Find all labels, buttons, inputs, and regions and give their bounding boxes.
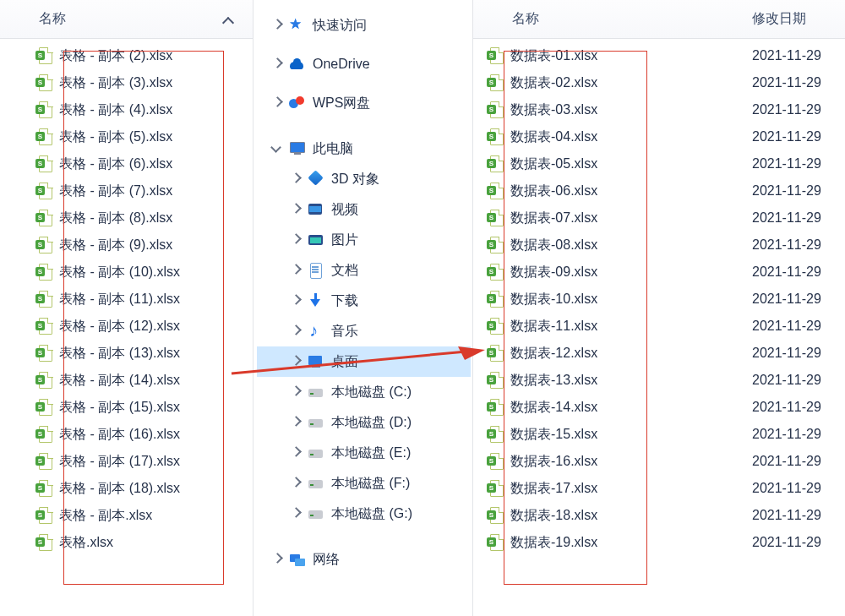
- xlsx-file-icon: [490, 47, 504, 64]
- file-row[interactable]: 数据表-17.xlsx2021-11-29: [473, 475, 845, 502]
- tree-item[interactable]: 快速访问: [257, 10, 471, 41]
- tree-item[interactable]: 此电脑: [257, 134, 471, 164]
- chevron-right-icon[interactable]: [291, 174, 301, 184]
- tree-item[interactable]: 音乐: [257, 316, 471, 346]
- tree-item[interactable]: 本地磁盘 (C:): [257, 377, 471, 407]
- file-row[interactable]: 表格 - 副本.xlsx: [0, 502, 253, 529]
- file-row[interactable]: 数据表-06.xlsx2021-11-29: [473, 177, 845, 204]
- chevron-right-icon[interactable]: [291, 357, 301, 367]
- file-row[interactable]: 表格 - 副本 (11).xlsx: [0, 286, 253, 313]
- pic-icon: [308, 232, 324, 248]
- tree-item[interactable]: 下载: [257, 286, 471, 316]
- tree-item[interactable]: 图片: [257, 225, 471, 255]
- file-row[interactable]: 表格 - 副本 (16).xlsx: [0, 421, 253, 448]
- tree-item[interactable]: OneDrive: [257, 49, 471, 79]
- xlsx-file-icon: [39, 264, 52, 281]
- file-name: 表格 - 副本 (8).xlsx: [59, 210, 172, 227]
- file-row[interactable]: 数据表-01.xlsx2021-11-29: [473, 42, 845, 69]
- file-row[interactable]: 表格 - 副本 (4).xlsx: [0, 96, 253, 123]
- tree-item[interactable]: 文档: [257, 255, 471, 286]
- file-row[interactable]: 表格 - 副本 (6).xlsx: [0, 150, 253, 177]
- file-row[interactable]: 数据表-14.xlsx2021-11-29: [473, 394, 845, 421]
- nav-tree-panel: 快速访问OneDriveWPS网盘此电脑3D 对象视频图片文档下载音乐桌面本地磁…: [254, 0, 473, 616]
- chevron-right-icon[interactable]: [291, 296, 301, 306]
- tree-item[interactable]: 本地磁盘 (F:): [257, 468, 471, 499]
- file-row[interactable]: 表格 - 副本 (17).xlsx: [0, 448, 253, 475]
- tree-item[interactable]: 网络: [257, 544, 471, 575]
- file-row[interactable]: 数据表-16.xlsx2021-11-29: [473, 448, 845, 475]
- chevron-down-icon[interactable]: [272, 144, 282, 154]
- file-row[interactable]: 表格 - 副本 (9).xlsx: [0, 232, 253, 259]
- file-date: 2021-11-29: [752, 508, 845, 523]
- chevron-right-icon[interactable]: [272, 554, 282, 564]
- file-row[interactable]: 数据表-02.xlsx2021-11-29: [473, 69, 845, 96]
- tree-item[interactable]: 桌面: [257, 346, 471, 377]
- tree-item[interactable]: WPS网盘: [257, 88, 471, 118]
- chevron-right-icon[interactable]: [291, 387, 301, 397]
- file-name: 表格 - 副本 (17).xlsx: [59, 453, 180, 471]
- disk-icon: [308, 415, 324, 430]
- file-name: 表格.xlsx: [59, 534, 113, 552]
- chevron-right-icon[interactable]: [291, 478, 301, 488]
- chevron-right-icon[interactable]: [291, 448, 301, 458]
- xlsx-file-icon: [39, 101, 52, 118]
- file-row[interactable]: 数据表-04.xlsx2021-11-29: [473, 123, 845, 150]
- file-row[interactable]: 表格.xlsx: [0, 529, 253, 556]
- file-name: 表格 - 副本 (13).xlsx: [59, 345, 180, 363]
- xlsx-file-icon: [490, 372, 504, 389]
- pc-icon: [289, 141, 306, 156]
- file-row[interactable]: 数据表-03.xlsx2021-11-29: [473, 96, 845, 123]
- file-row[interactable]: 数据表-08.xlsx2021-11-29: [473, 232, 845, 259]
- xlsx-file-icon: [490, 183, 504, 199]
- chevron-right-icon[interactable]: [291, 204, 301, 215]
- tree-item[interactable]: 视频: [257, 194, 471, 225]
- column-header-name: 名称: [490, 10, 752, 28]
- tree-item-label: 本地磁盘 (G:): [331, 505, 412, 523]
- column-header[interactable]: 名称 修改日期: [473, 0, 845, 39]
- file-row[interactable]: 表格 - 副本 (7).xlsx: [0, 177, 253, 204]
- file-row[interactable]: 数据表-13.xlsx2021-11-29: [473, 367, 845, 394]
- chevron-right-icon[interactable]: [291, 509, 301, 519]
- file-row[interactable]: 数据表-05.xlsx2021-11-29: [473, 150, 845, 177]
- chevron-right-icon[interactable]: [272, 59, 282, 69]
- tree-item[interactable]: 3D 对象: [257, 164, 471, 194]
- file-name: 表格 - 副本 (2).xlsx: [59, 47, 172, 65]
- xlsx-file-icon: [39, 507, 52, 524]
- column-header[interactable]: 名称: [0, 0, 253, 39]
- tree-item[interactable]: 本地磁盘 (D:): [257, 407, 471, 438]
- file-row[interactable]: 数据表-09.xlsx2021-11-29: [473, 259, 845, 286]
- file-name: 数据表-14.xlsx: [510, 399, 597, 417]
- xlsx-file-icon: [39, 345, 52, 362]
- file-row[interactable]: 表格 - 副本 (8).xlsx: [0, 204, 253, 232]
- file-row[interactable]: 表格 - 副本 (12).xlsx: [0, 313, 253, 340]
- file-row[interactable]: 表格 - 副本 (5).xlsx: [0, 123, 253, 150]
- chevron-right-icon[interactable]: [291, 417, 301, 428]
- chevron-right-icon[interactable]: [291, 235, 301, 245]
- file-name: 表格 - 副本 (12).xlsx: [59, 318, 180, 335]
- chevron-right-icon[interactable]: [291, 326, 301, 336]
- file-date: 2021-11-29: [752, 319, 845, 334]
- file-row[interactable]: 表格 - 副本 (3).xlsx: [0, 69, 253, 96]
- file-row[interactable]: 表格 - 副本 (10).xlsx: [0, 259, 253, 286]
- chevron-right-icon[interactable]: [272, 20, 282, 30]
- chevron-right-icon[interactable]: [272, 98, 282, 108]
- file-row[interactable]: 表格 - 副本 (18).xlsx: [0, 475, 253, 502]
- file-name: 表格 - 副本.xlsx: [59, 507, 152, 525]
- file-row[interactable]: 表格 - 副本 (14).xlsx: [0, 367, 253, 394]
- xlsx-file-icon: [39, 47, 52, 64]
- file-row[interactable]: 数据表-10.xlsx2021-11-29: [473, 286, 845, 313]
- tree-item[interactable]: 本地磁盘 (E:): [257, 438, 471, 468]
- file-row[interactable]: 表格 - 副本 (13).xlsx: [0, 340, 253, 367]
- file-row[interactable]: 数据表-19.xlsx2021-11-29: [473, 529, 845, 556]
- chevron-right-icon[interactable]: [291, 265, 301, 275]
- tree-item-label: 本地磁盘 (E:): [331, 444, 411, 462]
- tree-item[interactable]: 本地磁盘 (G:): [257, 499, 471, 529]
- file-row[interactable]: 表格 - 副本 (2).xlsx: [0, 42, 253, 69]
- file-row[interactable]: 数据表-07.xlsx2021-11-29: [473, 204, 845, 232]
- file-row[interactable]: 数据表-18.xlsx2021-11-29: [473, 502, 845, 529]
- file-row[interactable]: 数据表-11.xlsx2021-11-29: [473, 313, 845, 340]
- file-row[interactable]: 数据表-12.xlsx2021-11-29: [473, 340, 845, 367]
- file-row[interactable]: 数据表-15.xlsx2021-11-29: [473, 421, 845, 448]
- file-row[interactable]: 表格 - 副本 (15).xlsx: [0, 394, 253, 421]
- file-name: 数据表-01.xlsx: [510, 47, 597, 65]
